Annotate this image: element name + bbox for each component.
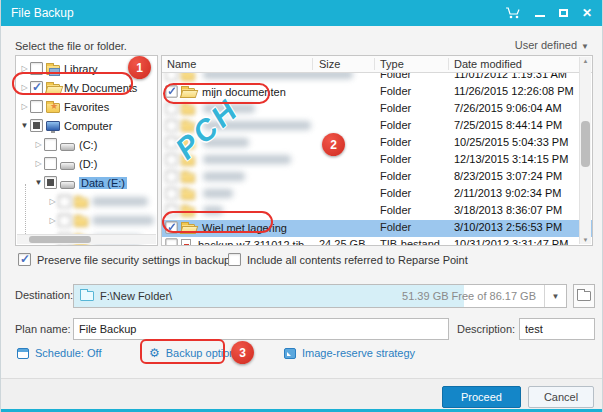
drive-icon xyxy=(60,143,75,151)
row-checkbox[interactable] xyxy=(165,221,177,233)
date-cell: 12/13/2015 3:14:15 PM xyxy=(454,153,568,165)
destination-dropdown-arrow[interactable]: ▼ xyxy=(544,285,566,307)
row-checkbox[interactable] xyxy=(165,187,177,199)
row-checkbox[interactable] xyxy=(165,238,177,246)
list-scrollbar-thumb[interactable] xyxy=(581,121,590,167)
tree-item[interactable]: ▷ xyxy=(16,192,157,211)
user-defined-label: User defined xyxy=(515,39,577,51)
list-vertical-scrollbar[interactable]: ▲ ▼ xyxy=(579,57,591,244)
tree-item-checkbox[interactable] xyxy=(44,138,57,151)
preserve-security-checkbox[interactable] xyxy=(18,253,31,266)
scroll-down-arrow[interactable]: ▼ xyxy=(580,237,591,243)
expand-arrow-icon[interactable]: ▷ xyxy=(47,197,58,206)
tree-item[interactable]: ▼Computer xyxy=(16,116,157,135)
type-cell: Folder xyxy=(380,136,411,148)
close-button[interactable]: ✕ xyxy=(582,7,592,19)
row-checkbox[interactable] xyxy=(165,102,177,114)
tree-item-checkbox[interactable] xyxy=(44,157,57,170)
expand-arrow-icon[interactable]: ▷ xyxy=(19,102,30,111)
expand-arrow-icon[interactable]: ▷ xyxy=(47,216,58,225)
tree-item-checkbox[interactable] xyxy=(58,214,71,227)
open-folder-icon xyxy=(181,224,195,234)
image-reserve-label: Image-reserve strategy xyxy=(302,347,415,359)
collapse-arrow-icon[interactable]: ▼ xyxy=(33,178,44,187)
image-reserve-link[interactable]: Image-reserve strategy xyxy=(284,347,415,359)
browse-destination-button[interactable] xyxy=(573,284,595,308)
browse-folder-icon xyxy=(577,291,591,301)
blurred-name xyxy=(203,155,291,164)
blurred-row-content xyxy=(165,170,245,183)
maximize-button[interactable] xyxy=(559,9,568,17)
destination-field[interactable]: F:\New Folder\ 51.39 GB Free of 86.17 GB… xyxy=(73,284,567,308)
column-header-type[interactable]: Type xyxy=(380,58,404,70)
reparse-point-option: Include all contents referred to Reparse… xyxy=(228,253,468,266)
reparse-point-checkbox[interactable] xyxy=(228,253,241,266)
table-row[interactable]: Folder2/11/2013 9:02:34 PM xyxy=(162,186,592,203)
collapse-arrow-icon[interactable]: ▼ xyxy=(19,121,30,130)
cart-icon[interactable] xyxy=(505,6,521,20)
tree-item[interactable]: ▷Favorites xyxy=(16,97,157,116)
tree-item-label: (D:) xyxy=(79,158,97,170)
expand-arrow-icon[interactable]: ▷ xyxy=(33,159,44,168)
expand-arrow-icon[interactable]: ▷ xyxy=(19,83,30,92)
table-row[interactable]: Folder11/01/2012 1:19:31 AM xyxy=(162,73,592,84)
tree-horizontal-scrollbar[interactable] xyxy=(17,234,156,244)
row-checkbox[interactable] xyxy=(165,73,177,81)
date-cell: 10/31/2012 3:31:47 PM xyxy=(454,238,568,246)
library-folder-icon xyxy=(46,65,60,75)
titlebar: File Backup ✕ xyxy=(1,0,602,26)
row-checkbox[interactable] xyxy=(165,119,177,131)
plan-name-input[interactable] xyxy=(73,318,449,340)
row-checkbox[interactable] xyxy=(165,153,177,165)
table-row[interactable]: Folder10/25/2015 5:04:33 PM xyxy=(162,135,592,152)
type-cell: Folder xyxy=(380,187,411,199)
user-defined-dropdown[interactable]: User defined▼ xyxy=(515,39,589,51)
tree-item-checkbox[interactable] xyxy=(30,81,43,94)
cancel-button[interactable]: Cancel xyxy=(528,386,594,408)
column-header-date-modified[interactable]: Date modified xyxy=(454,58,522,70)
table-row[interactable]: Folder12/13/2015 3:14:15 PM xyxy=(162,152,592,169)
row-checkbox[interactable] xyxy=(165,170,177,182)
table-row[interactable]: Wiel met lageringFolder3/10/2013 2:56:53… xyxy=(162,220,592,237)
type-cell: Folder xyxy=(380,153,411,165)
row-checkbox[interactable] xyxy=(165,85,177,97)
tree-item-label: Favorites xyxy=(64,101,109,113)
expand-arrow-icon[interactable]: ▷ xyxy=(33,140,44,149)
proceed-button[interactable]: Proceed xyxy=(442,386,521,408)
table-row[interactable]: backup w7 311012.tib24.25 GBTIB-bestand1… xyxy=(162,237,592,246)
file-backup-dialog: File Backup ✕ Select the file or folder.… xyxy=(0,0,603,412)
tree-item-checkbox[interactable] xyxy=(30,100,43,113)
description-input[interactable] xyxy=(519,318,595,340)
expand-arrow-icon[interactable]: ▷ xyxy=(19,64,30,73)
backup-options-link[interactable]: ⚙ Backup options xyxy=(149,347,241,359)
tree-item[interactable]: ▷(C:) xyxy=(16,135,157,154)
type-cell: Folder xyxy=(380,170,411,182)
table-row[interactable]: Folder3/18/2013 8:36:07 PM xyxy=(162,203,592,220)
minimize-button[interactable] xyxy=(535,15,545,17)
folder-icon xyxy=(181,105,195,115)
tree-scrollbar-thumb[interactable] xyxy=(29,236,91,243)
tree-item[interactable]: ▼Data (E:) xyxy=(16,173,157,192)
folder-icon xyxy=(181,190,195,200)
date-cell: 11/01/2012 1:19:31 AM xyxy=(454,73,567,80)
type-cell: TIB-bestand xyxy=(380,238,440,246)
blurred-row-content xyxy=(165,73,353,81)
tree-item-checkbox[interactable] xyxy=(30,62,43,75)
schedule-link[interactable]: Schedule: Off xyxy=(17,347,101,359)
tree-item[interactable]: ▷My Documents xyxy=(16,78,157,97)
tree-item-checkbox[interactable] xyxy=(58,195,71,208)
window-title: File Backup xyxy=(11,6,74,20)
name-cell xyxy=(165,187,233,200)
file-name: Wiel met lagering xyxy=(202,222,287,234)
tree-item[interactable]: ▷ xyxy=(16,211,157,230)
column-header-name[interactable]: Name xyxy=(167,58,196,70)
row-checkbox[interactable] xyxy=(165,204,177,216)
tree-item[interactable]: ▷(D:) xyxy=(16,154,157,173)
table-row[interactable]: Folder8/23/2015 3:07:24 PM xyxy=(162,169,592,186)
tree-item-checkbox[interactable] xyxy=(30,119,43,132)
scroll-up-arrow[interactable]: ▲ xyxy=(580,58,591,64)
column-header-size[interactable]: Size xyxy=(319,58,340,70)
name-cell: backup w7 311012.tib xyxy=(165,238,304,246)
tree-item-checkbox[interactable] xyxy=(44,176,57,189)
date-cell: 10/25/2015 5:04:33 PM xyxy=(454,136,568,148)
